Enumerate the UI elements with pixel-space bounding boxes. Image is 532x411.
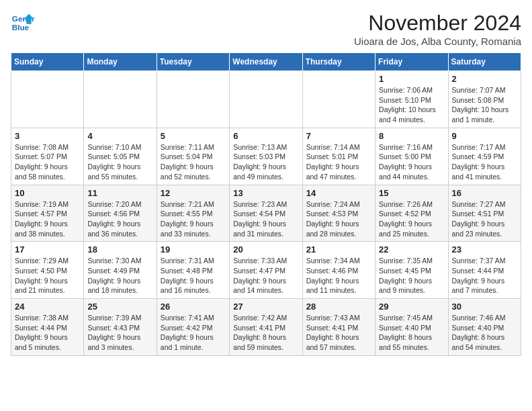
calendar-cell: 17Sunrise: 7:29 AMSunset: 4:50 PMDayligh…	[11, 242, 84, 299]
day-number: 10	[15, 188, 80, 198]
day-info: Sunrise: 7:13 AMSunset: 5:03 PMDaylight:…	[233, 142, 298, 182]
day-number: 15	[379, 188, 444, 198]
calendar-cell	[230, 71, 302, 128]
calendar-cell: 29Sunrise: 7:45 AMSunset: 4:40 PMDayligh…	[375, 299, 448, 356]
day-number: 28	[306, 302, 371, 312]
calendar-cell: 9Sunrise: 7:17 AMSunset: 4:59 PMDaylight…	[448, 128, 521, 185]
day-number: 7	[306, 131, 371, 141]
subtitle: Uioara de Jos, Alba County, Romania	[354, 36, 521, 47]
calendar-cell: 30Sunrise: 7:46 AMSunset: 4:40 PMDayligh…	[448, 299, 521, 356]
day-info: Sunrise: 7:42 AMSunset: 4:41 PMDaylight:…	[233, 313, 298, 353]
calendar-cell: 26Sunrise: 7:41 AMSunset: 4:42 PMDayligh…	[157, 299, 229, 356]
calendar-row-4: 24Sunrise: 7:38 AMSunset: 4:44 PMDayligh…	[11, 299, 521, 356]
day-number: 21	[306, 244, 371, 255]
day-number: 14	[306, 188, 371, 198]
day-info: Sunrise: 7:35 AMSunset: 4:45 PMDaylight:…	[379, 256, 444, 295]
day-info: Sunrise: 7:23 AMSunset: 4:54 PMDaylight:…	[233, 199, 298, 239]
calendar-cell: 5Sunrise: 7:11 AMSunset: 5:04 PMDaylight…	[157, 128, 229, 185]
day-number: 8	[379, 131, 444, 141]
day-info: Sunrise: 7:16 AMSunset: 5:00 PMDaylight:…	[379, 142, 444, 182]
day-info: Sunrise: 7:30 AMSunset: 4:49 PMDaylight:…	[87, 256, 152, 295]
day-number: 26	[161, 302, 226, 312]
day-info: Sunrise: 7:20 AMSunset: 4:56 PMDaylight:…	[87, 199, 152, 239]
day-info: Sunrise: 7:46 AMSunset: 4:40 PMDaylight:…	[452, 313, 517, 353]
calendar-cell: 22Sunrise: 7:35 AMSunset: 4:45 PMDayligh…	[375, 242, 448, 299]
day-info: Sunrise: 7:31 AMSunset: 4:48 PMDaylight:…	[161, 256, 226, 295]
calendar-row-2: 10Sunrise: 7:19 AMSunset: 4:57 PMDayligh…	[11, 185, 521, 242]
calendar-cell: 28Sunrise: 7:43 AMSunset: 4:41 PMDayligh…	[302, 299, 375, 356]
day-number: 27	[233, 302, 298, 312]
calendar-cell: 8Sunrise: 7:16 AMSunset: 5:00 PMDaylight…	[375, 128, 448, 185]
day-number: 23	[452, 244, 517, 255]
calendar-cell	[84, 71, 157, 128]
calendar-cell: 12Sunrise: 7:21 AMSunset: 4:55 PMDayligh…	[157, 185, 229, 242]
calendar-cell: 11Sunrise: 7:20 AMSunset: 4:56 PMDayligh…	[84, 185, 157, 242]
calendar-cell: 19Sunrise: 7:31 AMSunset: 4:48 PMDayligh…	[157, 242, 229, 299]
day-number: 5	[161, 131, 226, 141]
calendar-cell: 13Sunrise: 7:23 AMSunset: 4:54 PMDayligh…	[230, 185, 302, 242]
day-number: 4	[87, 131, 152, 141]
day-info: Sunrise: 7:11 AMSunset: 5:04 PMDaylight:…	[161, 142, 226, 182]
calendar-cell: 1Sunrise: 7:06 AMSunset: 5:10 PMDaylight…	[375, 71, 448, 128]
day-number: 18	[87, 244, 152, 255]
calendar-cell: 18Sunrise: 7:30 AMSunset: 4:49 PMDayligh…	[84, 242, 157, 299]
logo-icon: General Blue	[11, 11, 35, 35]
day-info: Sunrise: 7:24 AMSunset: 4:53 PMDaylight:…	[306, 199, 371, 239]
calendar-cell: 20Sunrise: 7:33 AMSunset: 4:47 PMDayligh…	[230, 242, 302, 299]
calendar-cell: 24Sunrise: 7:38 AMSunset: 4:44 PMDayligh…	[11, 299, 84, 356]
day-number: 13	[233, 188, 298, 198]
header-friday: Friday	[375, 53, 448, 71]
page-header: General Blue November 2024 Uioara de Jos…	[11, 11, 521, 47]
day-info: Sunrise: 7:10 AMSunset: 5:05 PMDaylight:…	[87, 142, 152, 182]
day-info: Sunrise: 7:19 AMSunset: 4:57 PMDaylight:…	[15, 199, 80, 239]
day-number: 6	[233, 131, 298, 141]
day-info: Sunrise: 7:45 AMSunset: 4:40 PMDaylight:…	[379, 313, 444, 353]
header-monday: Monday	[84, 53, 157, 71]
day-info: Sunrise: 7:26 AMSunset: 4:52 PMDaylight:…	[379, 199, 444, 239]
header-sunday: Sunday	[11, 53, 84, 71]
calendar-cell	[157, 71, 229, 128]
day-info: Sunrise: 7:08 AMSunset: 5:07 PMDaylight:…	[15, 142, 80, 182]
day-info: Sunrise: 7:34 AMSunset: 4:46 PMDaylight:…	[306, 256, 371, 295]
main-title: November 2024	[354, 11, 521, 36]
day-number: 9	[452, 131, 517, 141]
day-info: Sunrise: 7:37 AMSunset: 4:44 PMDaylight:…	[452, 256, 517, 295]
calendar-cell	[302, 71, 375, 128]
day-info: Sunrise: 7:29 AMSunset: 4:50 PMDaylight:…	[15, 256, 80, 295]
day-number: 16	[452, 188, 517, 198]
day-info: Sunrise: 7:27 AMSunset: 4:51 PMDaylight:…	[452, 199, 517, 239]
header-thursday: Thursday	[302, 53, 375, 71]
calendar-cell: 4Sunrise: 7:10 AMSunset: 5:05 PMDaylight…	[84, 128, 157, 185]
header-wednesday: Wednesday	[230, 53, 302, 71]
day-info: Sunrise: 7:38 AMSunset: 4:44 PMDaylight:…	[15, 313, 80, 353]
calendar-cell: 10Sunrise: 7:19 AMSunset: 4:57 PMDayligh…	[11, 185, 84, 242]
day-number: 22	[379, 244, 444, 255]
day-info: Sunrise: 7:43 AMSunset: 4:41 PMDaylight:…	[306, 313, 371, 353]
day-info: Sunrise: 7:33 AMSunset: 4:47 PMDaylight:…	[233, 256, 298, 295]
day-number: 29	[379, 302, 444, 312]
calendar-header: SundayMondayTuesdayWednesdayThursdayFrid…	[11, 53, 521, 71]
calendar-cell: 25Sunrise: 7:39 AMSunset: 4:43 PMDayligh…	[84, 299, 157, 356]
calendar-table: SundayMondayTuesdayWednesdayThursdayFrid…	[11, 52, 521, 356]
header-saturday: Saturday	[448, 53, 521, 71]
day-info: Sunrise: 7:07 AMSunset: 5:08 PMDaylight:…	[452, 85, 517, 125]
day-number: 30	[452, 302, 517, 312]
calendar-cell: 23Sunrise: 7:37 AMSunset: 4:44 PMDayligh…	[448, 242, 521, 299]
calendar-cell: 7Sunrise: 7:14 AMSunset: 5:01 PMDaylight…	[302, 128, 375, 185]
calendar-row-1: 3Sunrise: 7:08 AMSunset: 5:07 PMDaylight…	[11, 128, 521, 185]
calendar-row-0: 1Sunrise: 7:06 AMSunset: 5:10 PMDaylight…	[11, 71, 521, 128]
day-number: 20	[233, 244, 298, 255]
header-tuesday: Tuesday	[157, 53, 229, 71]
calendar-cell: 2Sunrise: 7:07 AMSunset: 5:08 PMDaylight…	[448, 71, 521, 128]
day-number: 25	[87, 302, 152, 312]
day-number: 17	[15, 244, 80, 255]
day-info: Sunrise: 7:14 AMSunset: 5:01 PMDaylight:…	[306, 142, 371, 182]
calendar-cell: 3Sunrise: 7:08 AMSunset: 5:07 PMDaylight…	[11, 128, 84, 185]
day-info: Sunrise: 7:41 AMSunset: 4:42 PMDaylight:…	[161, 313, 226, 353]
calendar-cell: 27Sunrise: 7:42 AMSunset: 4:41 PMDayligh…	[230, 299, 302, 356]
header-row: SundayMondayTuesdayWednesdayThursdayFrid…	[11, 53, 521, 71]
calendar-cell: 14Sunrise: 7:24 AMSunset: 4:53 PMDayligh…	[302, 185, 375, 242]
day-info: Sunrise: 7:39 AMSunset: 4:43 PMDaylight:…	[87, 313, 152, 353]
day-number: 11	[87, 188, 152, 198]
day-number: 2	[452, 74, 517, 84]
